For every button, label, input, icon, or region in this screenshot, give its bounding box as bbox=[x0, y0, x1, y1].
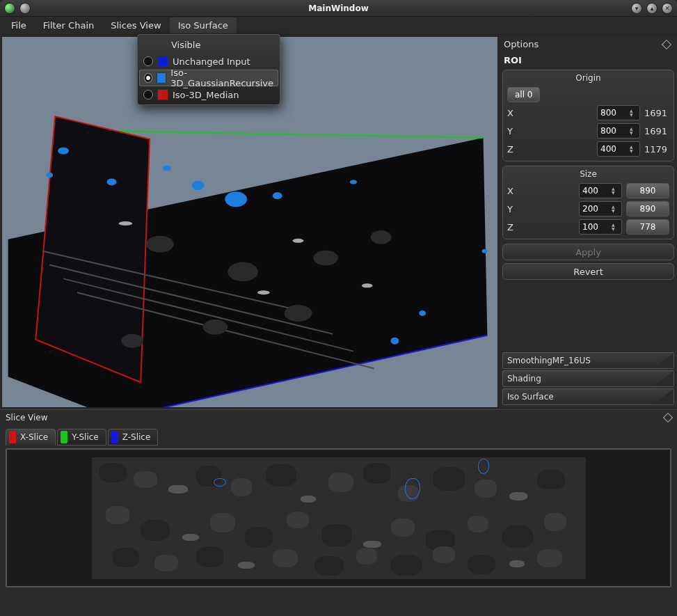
size-legend: Size bbox=[503, 166, 674, 182]
tab-z-slice[interactable]: Z-Slice bbox=[108, 429, 159, 445]
app-icon bbox=[4, 3, 15, 14]
tab-y-label: Y-Slice bbox=[72, 432, 99, 442]
color-swatch bbox=[157, 89, 168, 100]
origin-y-spin[interactable]: 800 ▲▼ bbox=[597, 123, 640, 139]
panel-detach-icon[interactable] bbox=[662, 39, 671, 49]
origin-x-max: 1691 bbox=[644, 108, 669, 118]
size-y-max-button[interactable]: 890 bbox=[626, 201, 669, 216]
origin-z-spin[interactable]: 400 ▲▼ bbox=[597, 141, 640, 157]
titlebar: MainWindow ▾ ▴ ✕ bbox=[0, 0, 677, 17]
color-swatch bbox=[157, 72, 166, 84]
radio-icon bbox=[144, 73, 152, 83]
origin-z-max: 1179 bbox=[644, 144, 669, 155]
svg-point-21 bbox=[313, 251, 338, 266]
origin-z-value: 400 bbox=[600, 144, 616, 154]
origin-fieldset: Origin all 0 X 800 ▲▼ 1691 Y bbox=[502, 70, 674, 161]
tab-z-label: Z-Slice bbox=[122, 432, 151, 442]
tab-y-slice[interactable]: Y-Slice bbox=[57, 429, 106, 445]
iso-menu-item-median[interactable]: Iso-3D_Median bbox=[139, 86, 278, 103]
svg-point-13 bbox=[225, 191, 247, 207]
menubar: File Filter Chain Slices View Iso Surfac… bbox=[0, 17, 677, 35]
svg-point-27 bbox=[293, 239, 304, 243]
size-z-value: 100 bbox=[582, 222, 598, 232]
svg-point-24 bbox=[203, 319, 228, 335]
color-swatch bbox=[157, 56, 168, 67]
size-x-max-button[interactable]: 890 bbox=[626, 183, 669, 198]
options-panel: Options ROI Origin all 0 X 800 ▲▼ 1691 bbox=[500, 35, 677, 409]
slice-image-container[interactable] bbox=[6, 448, 671, 587]
close-button[interactable]: ✕ bbox=[662, 3, 673, 14]
revert-button[interactable]: Revert bbox=[502, 263, 674, 280]
iso-menu-visible-label: Visible bbox=[171, 40, 200, 50]
svg-point-10 bbox=[107, 178, 117, 185]
svg-point-19 bbox=[146, 236, 174, 253]
origin-z-label: Z bbox=[507, 144, 517, 155]
origin-y-label: Y bbox=[507, 126, 517, 136]
origin-legend: Origin bbox=[503, 70, 674, 86]
iso-menu-item-label: Unchanged Input bbox=[173, 56, 250, 67]
slice-view-header: Slice View bbox=[0, 409, 677, 425]
tab-x-label: X-Slice bbox=[20, 432, 48, 442]
minimize-button[interactable]: ▾ bbox=[631, 3, 642, 14]
origin-x-label: X bbox=[507, 108, 517, 118]
svg-point-11 bbox=[163, 166, 171, 171]
section-iso[interactable]: Iso Surface bbox=[502, 388, 674, 405]
slice-tabs: X-Slice Y-Slice Z-Slice bbox=[6, 429, 671, 445]
size-x-spin[interactable]: 400 ▲▼ bbox=[579, 183, 622, 198]
size-fieldset: Size X 400 ▲▼ 890 Y 200 ▲▼ bbox=[502, 166, 674, 239]
section-shading-label: Shading bbox=[507, 374, 541, 384]
svg-point-23 bbox=[285, 305, 312, 322]
svg-point-15 bbox=[350, 180, 357, 184]
menu-slices-view[interactable]: Slices View bbox=[102, 17, 169, 33]
svg-point-12 bbox=[192, 180, 205, 190]
radio-icon bbox=[143, 56, 153, 66]
slice-view-panel: X-Slice Y-Slice Z-Slice bbox=[0, 425, 677, 593]
svg-point-9 bbox=[46, 173, 53, 178]
origin-y-value: 800 bbox=[600, 126, 616, 136]
svg-point-16 bbox=[390, 338, 399, 345]
x-color-swatch bbox=[9, 431, 16, 443]
size-x-value: 400 bbox=[582, 186, 598, 196]
svg-point-29 bbox=[362, 283, 373, 287]
maximize-button[interactable]: ▴ bbox=[646, 3, 658, 14]
size-y-label: Y bbox=[507, 204, 517, 214]
size-z-label: Z bbox=[507, 222, 517, 232]
svg-point-26 bbox=[118, 221, 132, 226]
iso-menu-item-label: Iso-3D_Median bbox=[173, 90, 239, 100]
svg-point-14 bbox=[273, 192, 282, 199]
svg-point-28 bbox=[257, 290, 270, 294]
menu-filter-chain[interactable]: Filter Chain bbox=[35, 17, 102, 33]
section-shading[interactable]: Shading bbox=[502, 370, 674, 387]
section-smoothing-label: SmoothingMF_16US bbox=[507, 356, 591, 365]
iso-menu-item-label: Iso-3D_GaussianRecursive bbox=[170, 68, 273, 88]
svg-point-17 bbox=[419, 310, 426, 316]
apply-button[interactable]: Apply bbox=[502, 244, 674, 260]
all-zero-button[interactable]: all 0 bbox=[507, 87, 540, 102]
size-y-value: 200 bbox=[582, 204, 598, 214]
menu-iso-surface[interactable]: Iso Surface bbox=[170, 17, 237, 33]
panel-detach-icon[interactable] bbox=[663, 412, 673, 422]
svg-point-18 bbox=[481, 249, 487, 253]
origin-y-max: 1691 bbox=[644, 126, 669, 136]
window-sticky-button[interactable] bbox=[19, 3, 31, 14]
roi-title: ROI bbox=[502, 54, 674, 70]
slice-image bbox=[92, 457, 586, 579]
section-iso-label: Iso Surface bbox=[507, 392, 554, 402]
upper-panel: Options ROI Origin all 0 X 800 ▲▼ 1691 bbox=[0, 35, 677, 409]
origin-x-spin[interactable]: 800 ▲▼ bbox=[597, 105, 640, 120]
svg-point-22 bbox=[371, 230, 392, 244]
slice-view-title: Slice View bbox=[6, 413, 48, 422]
size-z-spin[interactable]: 100 ▲▼ bbox=[579, 219, 622, 235]
iso-menu-visible[interactable]: Visible bbox=[139, 36, 278, 53]
menu-file[interactable]: File bbox=[3, 17, 35, 33]
y-color-swatch bbox=[61, 431, 67, 443]
size-y-spin[interactable]: 200 ▲▼ bbox=[579, 201, 622, 216]
z-color-swatch bbox=[111, 431, 118, 443]
size-z-max-button[interactable]: 778 bbox=[626, 219, 669, 235]
section-smoothing[interactable]: SmoothingMF_16US bbox=[502, 352, 674, 369]
iso-menu-item-gaussian[interactable]: Iso-3D_GaussianRecursive bbox=[139, 70, 278, 86]
origin-x-value: 800 bbox=[600, 108, 616, 118]
tab-x-slice[interactable]: X-Slice bbox=[6, 429, 56, 445]
options-title: Options bbox=[504, 39, 539, 49]
window-title: MainWindow bbox=[0, 3, 677, 13]
